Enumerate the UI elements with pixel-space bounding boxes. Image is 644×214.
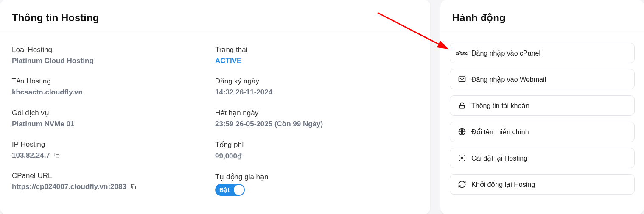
actions-list: cPanel Đăng nhập vào cPanel Đăng nhập và… <box>440 33 644 204</box>
register-date-field: Đăng ký ngày 14:32 26-11-2024 <box>215 77 418 97</box>
info-card-header: Thông tin Hosting <box>0 0 430 33</box>
hosting-name-value: khcsactn.cloudfly.vn <box>12 88 215 97</box>
total-fee-label: Tổng phí <box>215 140 418 149</box>
copy-url-icon[interactable] <box>130 183 137 190</box>
svg-rect-0 <box>56 155 59 158</box>
ip-field: IP Hosting 103.82.24.7 <box>12 140 215 160</box>
hosting-type-value: Platinum Cloud Hosting <box>12 57 215 65</box>
ip-label: IP Hosting <box>12 140 215 149</box>
copy-ip-icon[interactable] <box>53 152 60 159</box>
svg-rect-1 <box>132 186 135 189</box>
package-field: Gói dịch vụ Platinum NVMe 01 <box>12 108 215 128</box>
total-fee-value: 99,000₫ <box>215 152 418 161</box>
reinstall-hosting-label: Cài đặt lại Hosting <box>471 154 527 162</box>
toggle-knob <box>234 185 244 195</box>
hosting-name-field: Tên Hosting khcsactn.cloudfly.vn <box>12 77 215 97</box>
package-label: Gói dịch vụ <box>12 108 215 117</box>
login-webmail-button[interactable]: Đăng nhập vào Webmail <box>450 69 635 89</box>
total-fee-field: Tổng phí 99,000₫ <box>215 140 418 161</box>
change-domain-label: Đổi tên miền chính <box>471 128 529 136</box>
expire-suffix: Ngày) <box>301 120 323 128</box>
account-info-label: Thông tin tài khoản <box>471 102 529 110</box>
gear-icon <box>458 154 466 162</box>
account-info-button[interactable]: Thông tin tài khoản <box>450 95 635 116</box>
hosting-name-label: Tên Hosting <box>12 77 215 86</box>
change-domain-button[interactable]: Đổi tên miền chính <box>450 122 635 142</box>
info-right-column: Trạng thái ACTIVE Đăng ký ngày 14:32 26-… <box>215 45 418 196</box>
info-card-title: Thông tin Hosting <box>12 12 418 24</box>
hosting-info-card: Thông tin Hosting Loại Hosting Platinum … <box>0 0 430 214</box>
expire-days: 99 <box>293 120 301 128</box>
expire-date-value: 23:59 26-05-2025 (Còn 99 Ngày) <box>215 120 418 128</box>
cpanel-url-label: CPanel URL <box>12 172 215 180</box>
hosting-type-field: Loại Hosting Platinum Cloud Hosting <box>12 45 215 65</box>
login-cpanel-label: Đăng nhập vào cPanel <box>471 49 540 57</box>
register-date-value: 14:32 26-11-2024 <box>215 88 418 97</box>
mail-icon <box>458 75 466 83</box>
actions-card-header: Hành động <box>440 0 644 33</box>
status-field: Trạng thái ACTIVE <box>215 45 418 65</box>
hosting-type-label: Loại Hosting <box>12 45 215 54</box>
actions-card-title: Hành động <box>452 12 632 24</box>
autorenew-toggle[interactable]: Bật <box>215 184 245 196</box>
expire-prefix: 23:59 26-05-2025 (Còn <box>215 120 293 128</box>
autorenew-label: Tự động gia hạn <box>215 172 418 181</box>
svg-point-5 <box>461 157 463 159</box>
autorenew-toggle-label: Bật <box>219 186 230 193</box>
actions-card: Hành động cPanel Đăng nhập vào cPanel Đă… <box>440 0 644 214</box>
register-date-label: Đăng ký ngày <box>215 77 418 86</box>
refresh-icon <box>458 180 466 189</box>
restart-hosting-label: Khởi động lại Hosing <box>471 181 535 189</box>
status-label: Trạng thái <box>215 45 418 54</box>
svg-rect-3 <box>459 105 465 108</box>
login-webmail-label: Đăng nhập vào Webmail <box>471 75 546 83</box>
status-value: ACTIVE <box>215 57 418 65</box>
expire-date-label: Hết hạn ngày <box>215 108 418 117</box>
cpanel-icon: cPanel <box>458 49 466 57</box>
reinstall-hosting-button[interactable]: Cài đặt lại Hosting <box>450 148 635 168</box>
login-cpanel-button[interactable]: cPanel Đăng nhập vào cPanel <box>450 43 635 63</box>
ip-value: 103.82.24.7 <box>12 151 50 160</box>
package-value: Platinum NVMe 01 <box>12 120 215 128</box>
globe-icon <box>458 128 466 136</box>
autorenew-field: Tự động gia hạn Bật <box>215 172 418 196</box>
expire-date-field: Hết hạn ngày 23:59 26-05-2025 (Còn 99 Ng… <box>215 108 418 128</box>
restart-hosting-button[interactable]: Khởi động lại Hosing <box>450 174 635 195</box>
lock-icon <box>458 101 466 110</box>
info-grid: Loại Hosting Platinum Cloud Hosting Tên … <box>0 33 430 208</box>
cpanel-url-value: https://cp024007.cloudfly.vn:2083 <box>12 183 126 191</box>
cpanel-url-field: CPanel URL https://cp024007.cloudfly.vn:… <box>12 172 215 191</box>
info-left-column: Loại Hosting Platinum Cloud Hosting Tên … <box>12 45 215 196</box>
